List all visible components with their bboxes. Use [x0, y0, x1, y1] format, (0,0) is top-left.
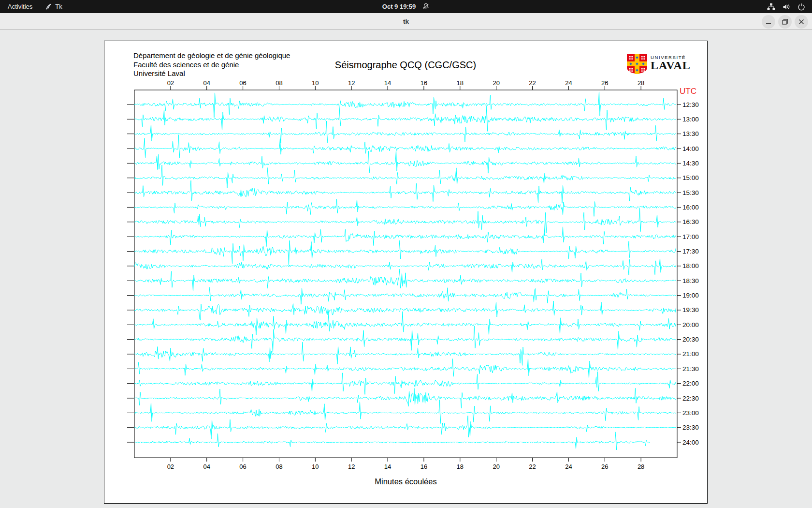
x-tick-label-top: 08 — [276, 79, 282, 87]
x-tick-label-top: 20 — [493, 79, 499, 87]
x-tick-label-top: 22 — [529, 79, 536, 87]
seismo-trace — [134, 342, 676, 365]
utc-time-label: 22:30 — [682, 395, 699, 402]
seismo-trace — [134, 208, 676, 236]
utc-time-label: 23:00 — [682, 409, 699, 417]
seismo-trace — [134, 326, 676, 352]
x-tick-label-bottom: 26 — [601, 463, 608, 470]
seismo-trace — [134, 105, 676, 131]
seismo-trace — [134, 400, 676, 423]
seismo-trace — [134, 312, 676, 335]
seismo-trace — [134, 199, 676, 216]
x-tick-label-top: 28 — [638, 79, 644, 87]
utc-time-label: 16:30 — [682, 218, 699, 225]
utc-axis-label: UTC — [680, 87, 696, 96]
tk-icon — [45, 3, 52, 10]
seismo-trace — [134, 301, 676, 320]
utc-time-label: 19:00 — [682, 292, 699, 299]
utc-time-label: 12:30 — [682, 101, 699, 108]
utc-time-label: 17:30 — [682, 248, 699, 255]
x-tick-label-bottom: 12 — [348, 463, 355, 470]
x-tick-label-bottom: 24 — [565, 463, 572, 470]
x-axis-title: Minutes écoulées — [375, 477, 436, 486]
seismo-trace — [134, 388, 676, 408]
utc-time-label: 13:00 — [682, 116, 699, 123]
seismo-trace — [134, 269, 676, 291]
x-tick-label-top: 16 — [420, 79, 427, 87]
seismo-trace — [134, 416, 676, 439]
maximize-icon — [782, 19, 788, 25]
clock-menu[interactable]: Oct 9 19:59 — [382, 3, 430, 10]
x-tick-label-top: 24 — [565, 79, 572, 87]
x-tick-label-top: 04 — [203, 79, 210, 87]
seismo-trace — [134, 359, 676, 378]
x-tick-label-bottom: 08 — [276, 463, 282, 470]
seismo-trace — [134, 180, 676, 203]
x-tick-label-top: 12 — [348, 79, 355, 87]
utc-time-label: 21:00 — [682, 350, 699, 358]
window-titlebar[interactable]: tk — [0, 13, 812, 30]
close-button[interactable] — [795, 15, 808, 29]
x-tick-label-bottom: 28 — [638, 463, 644, 470]
activities-button[interactable]: Activities — [8, 3, 32, 10]
utc-time-label: 13:30 — [682, 130, 699, 137]
x-tick-label-top: 02 — [167, 79, 174, 87]
utc-time-label: 22:00 — [682, 380, 699, 387]
utc-time-label: 14:00 — [682, 145, 699, 152]
x-tick-label-top: 14 — [384, 79, 391, 87]
utc-time-label: 24:00 — [682, 439, 699, 446]
utc-time-label: 15:00 — [682, 174, 699, 181]
tk-window-content: Département de géologie et de génie géol… — [0, 30, 812, 508]
x-tick-label-bottom: 22 — [529, 463, 536, 470]
seismo-trace — [134, 258, 676, 275]
utc-time-label: 18:30 — [682, 277, 699, 284]
x-tick-label-top: 06 — [239, 79, 246, 87]
gnome-top-bar: Activities Tk Oct 9 19:59 — [0, 0, 812, 13]
utc-time-label: 15:30 — [682, 189, 699, 196]
x-tick-label-top: 26 — [601, 79, 608, 87]
x-tick-label-bottom: 20 — [493, 463, 499, 470]
seismo-trace — [134, 135, 676, 158]
seismogram-plot: 0202040406060808101012121414161618182020… — [104, 41, 707, 503]
seismo-trace — [134, 165, 676, 188]
x-tick-label-bottom: 16 — [420, 463, 427, 470]
seismo-trace — [134, 121, 676, 143]
seismograph-canvas: Département de géologie et de génie géol… — [104, 41, 708, 504]
utc-time-label: 17:00 — [682, 233, 699, 240]
close-icon — [798, 19, 804, 25]
x-tick-label-top: 10 — [312, 79, 319, 87]
x-tick-label-bottom: 14 — [384, 463, 391, 470]
network-wired-icon — [767, 3, 775, 11]
x-tick-label-top: 18 — [457, 79, 464, 87]
clock-label: Oct 9 19:59 — [382, 3, 416, 10]
seismo-trace — [134, 432, 650, 450]
window-title: tk — [403, 18, 409, 25]
seismo-trace — [134, 150, 676, 173]
x-tick-label-bottom: 10 — [312, 463, 319, 470]
system-status-menu[interactable] — [767, 0, 812, 13]
utc-time-label: 14:30 — [682, 160, 699, 167]
utc-time-label: 20:00 — [682, 321, 699, 329]
seismo-trace — [134, 372, 676, 394]
minimize-icon — [766, 19, 771, 25]
minimize-button[interactable] — [762, 15, 775, 29]
maximize-button[interactable] — [778, 15, 792, 29]
x-tick-label-bottom: 06 — [239, 463, 246, 470]
utc-time-label: 19:30 — [682, 306, 699, 314]
power-icon — [798, 3, 805, 11]
utc-time-label: 20:30 — [682, 336, 699, 343]
seismo-trace — [134, 287, 676, 305]
notifications-off-icon — [422, 3, 430, 10]
seismo-trace — [134, 240, 676, 266]
utc-time-label: 21:30 — [682, 365, 699, 373]
x-tick-label-bottom: 04 — [203, 463, 210, 470]
volume-icon — [783, 3, 790, 11]
utc-time-label: 18:00 — [682, 262, 699, 269]
seismo-trace — [134, 92, 676, 118]
x-tick-label-bottom: 18 — [457, 463, 464, 470]
x-tick-label-bottom: 02 — [167, 463, 174, 470]
tk-app-indicator[interactable]: Tk — [45, 3, 62, 10]
utc-time-label: 23:30 — [682, 424, 699, 431]
seismo-trace — [134, 227, 676, 247]
tk-app-label: Tk — [55, 3, 62, 10]
